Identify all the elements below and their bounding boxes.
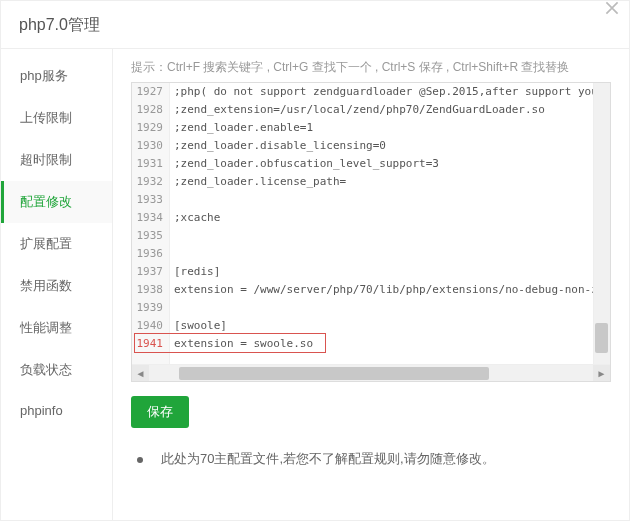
code-line[interactable]: extension = /www/server/php/70/lib/php/e… <box>170 281 610 299</box>
sidebar-item-extensions[interactable]: 扩展配置 <box>1 223 112 265</box>
close-icon[interactable] <box>605 1 623 19</box>
sidebar-item-timeout-limit[interactable]: 超时限制 <box>1 139 112 181</box>
code-line[interactable]: ;zend_extension=/usr/local/zend/php70/Ze… <box>170 101 610 119</box>
bullet-icon <box>137 457 143 463</box>
sidebar-item-label: 负载状态 <box>20 362 72 377</box>
code-line[interactable]: ;zend_loader.obfuscation_level_support=3 <box>170 155 610 173</box>
code-line[interactable]: ;php( do not support zendguardloader @Se… <box>170 83 610 101</box>
sidebar-item-disabled-funcs[interactable]: 禁用函数 <box>1 265 112 307</box>
scroll-right-arrow-icon[interactable]: ► <box>593 365 610 382</box>
line-number: 1930 <box>132 137 169 155</box>
line-number: 1939 <box>132 299 169 317</box>
code-line[interactable] <box>170 191 610 209</box>
sidebar-item-label: 性能调整 <box>20 320 72 335</box>
horizontal-scrollbar[interactable]: ◄ ► <box>132 364 610 381</box>
code-line[interactable]: ;xcache <box>170 209 610 227</box>
line-number: 1938 <box>132 281 169 299</box>
sidebar-item-upload-limit[interactable]: 上传限制 <box>1 97 112 139</box>
vertical-scrollbar-thumb[interactable] <box>595 323 608 353</box>
line-number: 1932 <box>132 173 169 191</box>
editor-hint: 提示：Ctrl+F 搜索关键字 , Ctrl+G 查找下一个 , Ctrl+S … <box>131 59 611 76</box>
line-number: 1927 <box>132 83 169 101</box>
sidebar-item-php-service[interactable]: php服务 <box>1 55 112 97</box>
code-line[interactable]: ;zend_loader.license_path= <box>170 173 610 191</box>
code-line[interactable]: ;zend_loader.enable=1 <box>170 119 610 137</box>
line-number: 1936 <box>132 245 169 263</box>
line-number: 1937 <box>132 263 169 281</box>
config-note: 此处为70主配置文件,若您不了解配置规则,请勿随意修改。 <box>131 450 611 468</box>
highlight-box <box>134 333 326 353</box>
editor-code[interactable]: ;php( do not support zendguardloader @Se… <box>170 83 610 353</box>
line-number: 1933 <box>132 191 169 209</box>
sidebar: php服务 上传限制 超时限制 配置修改 扩展配置 禁用函数 性能调整 负载状态… <box>1 49 113 520</box>
sidebar-item-label: 禁用函数 <box>20 278 72 293</box>
line-number: 1935 <box>132 227 169 245</box>
config-editor[interactable]: 1927192819291930193119321933193419351936… <box>131 82 611 382</box>
line-number: 1931 <box>132 155 169 173</box>
scroll-left-arrow-icon[interactable]: ◄ <box>132 365 149 382</box>
sidebar-item-config-edit[interactable]: 配置修改 <box>1 181 112 223</box>
code-line[interactable] <box>170 227 610 245</box>
sidebar-item-label: 配置修改 <box>20 194 72 209</box>
horizontal-scrollbar-thumb[interactable] <box>179 367 489 380</box>
sidebar-item-label: 上传限制 <box>20 110 72 125</box>
code-line[interactable]: ;zend_loader.disable_licensing=0 <box>170 137 610 155</box>
line-number: 1929 <box>132 119 169 137</box>
sidebar-item-label: php服务 <box>20 68 68 83</box>
sidebar-item-performance[interactable]: 性能调整 <box>1 307 112 349</box>
vertical-scrollbar[interactable] <box>593 83 610 366</box>
save-button[interactable]: 保存 <box>131 396 189 428</box>
code-line[interactable]: [redis] <box>170 263 610 281</box>
config-note-text: 此处为70主配置文件,若您不了解配置规则,请勿随意修改。 <box>161 450 495 468</box>
editor-gutter: 1927192819291930193119321933193419351936… <box>132 83 170 366</box>
page-title: php7.0管理 <box>19 16 100 33</box>
code-line[interactable] <box>170 299 610 317</box>
code-line[interactable] <box>170 245 610 263</box>
sidebar-item-phpinfo[interactable]: phpinfo <box>1 391 112 430</box>
sidebar-item-label: 扩展配置 <box>20 236 72 251</box>
sidebar-item-load-status[interactable]: 负载状态 <box>1 349 112 391</box>
line-number: 1934 <box>132 209 169 227</box>
sidebar-item-label: 超时限制 <box>20 152 72 167</box>
sidebar-item-label: phpinfo <box>20 403 63 418</box>
horizontal-scrollbar-track[interactable] <box>149 365 593 382</box>
line-number: 1928 <box>132 101 169 119</box>
